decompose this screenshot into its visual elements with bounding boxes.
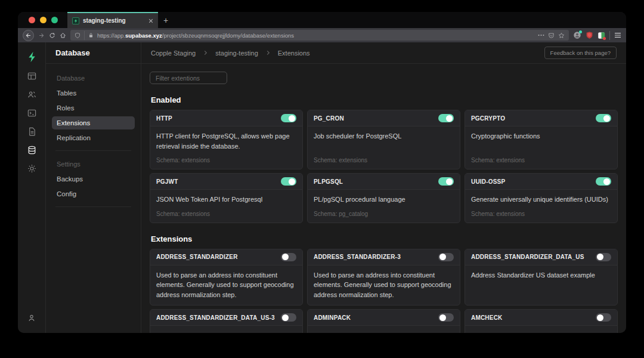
extension-card-plpgsql: PLPGSQL PL/pgSQL procedural languageSche…	[307, 173, 460, 223]
browser-tab[interactable]: staging-testing	[67, 12, 158, 28]
urlbar-divider	[84, 31, 85, 40]
extension-schema: Schema: pg_catalog	[314, 205, 454, 217]
account-person-icon[interactable]	[23, 309, 41, 327]
extension-card-address-standardizer-data-us-3: ADDRESS_STANDARDIZER_DATA_US-3 Address S…	[150, 309, 303, 333]
sidebar-title: Database	[46, 42, 141, 64]
extension-card-address-standardizer-data-us: ADDRESS_STANDARDIZER_DATA_US Address Sta…	[465, 249, 618, 306]
tab-title: staging-testing	[83, 17, 145, 24]
extensions-page: Enabled HTTP HTTP client for PostgreSQL,…	[141, 64, 626, 333]
feedback-button[interactable]: Feedback on this page?	[544, 47, 617, 59]
extension-name: PGJWT	[156, 178, 178, 185]
extension-name: PGCRYPTO	[471, 115, 505, 122]
breadcrumb-project[interactable]: staging-testing	[215, 50, 258, 57]
new-tab-button[interactable]: +	[158, 12, 174, 28]
extension-toggle[interactable]	[438, 313, 454, 322]
extension-description: Administrative functions for PostgreSQL	[314, 331, 454, 333]
extension-toggle[interactable]	[596, 177, 611, 186]
extension-card-pg-cron: PG_CRON Job scheduler for PostgreSQLSche…	[307, 110, 460, 169]
pocket-icon[interactable]	[548, 32, 555, 39]
sidebar-item-roles[interactable]: Roles	[52, 101, 135, 115]
ublock-extension-icon[interactable]	[586, 31, 593, 39]
hamburger-menu-icon[interactable]	[614, 32, 621, 38]
extension-alert-dot	[603, 37, 606, 40]
extension-schema: Schema: extensions	[156, 205, 296, 217]
page-header: Copple Staging staging-testing Extension…	[141, 42, 626, 64]
available-extensions-grid: ADDRESS_STANDARDIZER Used to parse an ad…	[150, 249, 618, 334]
extension-card-http: HTTP HTTP client for PostgreSQL, allows …	[150, 110, 303, 169]
supabase-logo-icon[interactable]	[27, 47, 37, 66]
sidebar-menu: Database Tables Roles Extensions Replica…	[46, 64, 141, 223]
extension-toggle[interactable]	[281, 313, 296, 322]
extension-toggle[interactable]	[596, 114, 611, 122]
close-window-button[interactable]	[29, 17, 35, 23]
sidebar-item-extensions[interactable]: Extensions	[52, 116, 135, 129]
section-heading-enabled: Enabled	[151, 95, 617, 104]
extension-toggle[interactable]	[281, 253, 296, 261]
extension-toggle[interactable]	[438, 177, 454, 186]
extension-description: Address Standardizer US dataset example	[471, 270, 611, 280]
home-button[interactable]	[60, 32, 66, 39]
url-text: https://app.supabase.xyz/project/sbzeuqn…	[97, 32, 534, 39]
extension-description: JSON Web Token API for Postgresql	[156, 195, 296, 205]
filter-extensions-input[interactable]	[150, 72, 227, 84]
minimize-window-button[interactable]	[40, 17, 47, 23]
sidebar-item-replication[interactable]: Replication	[52, 131, 135, 144]
extension-toggle[interactable]	[438, 114, 454, 122]
sidebar-group-label-settings: Settings	[52, 158, 135, 172]
extension-description: Cryptographic functions	[471, 131, 611, 141]
chevron-right-icon	[203, 50, 208, 55]
zoom-window-button[interactable]	[51, 17, 58, 23]
extension-schema: Schema: extensions	[156, 151, 296, 163]
docs-file-icon[interactable]	[23, 122, 41, 140]
account-extension-icon[interactable]	[573, 31, 581, 39]
extension-notification-dot	[579, 30, 582, 33]
password-extension-icon[interactable]	[597, 32, 605, 39]
sidebar-item-backups[interactable]: Backups	[52, 172, 135, 186]
extension-toggle[interactable]	[281, 177, 296, 186]
lock-icon[interactable]	[88, 32, 94, 38]
auth-users-icon[interactable]	[23, 85, 41, 103]
enabled-extensions-grid: HTTP HTTP client for PostgreSQL, allows …	[150, 110, 618, 223]
settings-gear-icon[interactable]	[23, 159, 41, 177]
extension-name: ADMINPACK	[314, 314, 351, 321]
extension-toggle[interactable]	[281, 114, 296, 122]
extension-card-address-standardizer: ADDRESS_STANDARDIZER Used to parse an ad…	[150, 249, 303, 306]
toolbar-divider	[609, 31, 610, 40]
extension-name: ADDRESS_STANDARDIZER-3	[314, 254, 401, 260]
extension-name: PLPGSQL	[314, 178, 343, 185]
section-heading-extensions: Extensions	[151, 234, 617, 243]
table-editor-icon[interactable]	[23, 67, 41, 85]
breadcrumb-org[interactable]: Copple Staging	[151, 50, 196, 57]
url-bar[interactable]: https://app.supabase.xyz/project/sbzeuqn…	[70, 30, 569, 41]
forward-button[interactable]	[38, 32, 45, 39]
extension-card-pgcrypto: PGCRYPTO Cryptographic functionsSchema: …	[465, 110, 618, 169]
extension-name: PG_CRON	[314, 115, 344, 122]
extension-description: Used to parse an address into constituen…	[156, 270, 296, 300]
extension-description: Job scheduler for PostgreSQL	[314, 131, 454, 141]
tracking-shield-icon[interactable]	[75, 32, 80, 39]
bookmark-star-icon[interactable]	[558, 32, 565, 39]
main-panel: Copple Staging staging-testing Extension…	[141, 42, 626, 333]
extension-name: ADDRESS_STANDARDIZER	[156, 254, 238, 260]
extension-schema: Schema: extensions	[471, 151, 611, 163]
extension-name: AMCHECK	[471, 314, 503, 321]
extension-toggle[interactable]	[596, 253, 611, 261]
extension-name: ADDRESS_STANDARDIZER_DATA_US	[471, 254, 584, 260]
sidebar-divider	[55, 150, 131, 151]
extension-description: Address Standardizer US dataset example	[156, 331, 296, 333]
browser-window: staging-testing + https://	[18, 12, 626, 333]
sidebar-item-tables[interactable]: Tables	[52, 87, 135, 100]
app-icon-rail	[18, 42, 46, 333]
back-button[interactable]	[23, 30, 34, 41]
extension-toggle[interactable]	[438, 253, 454, 261]
extension-card-address-standardizer-3: ADDRESS_STANDARDIZER-3 Used to parse an …	[307, 249, 460, 306]
sidebar-item-config[interactable]: Config	[52, 187, 135, 200]
page-actions-dots-icon[interactable]	[538, 34, 544, 36]
sql-terminal-icon[interactable]	[23, 104, 41, 122]
reload-button[interactable]	[49, 32, 55, 39]
extension-toggle[interactable]	[596, 313, 611, 322]
tab-close-icon[interactable]	[148, 18, 153, 23]
breadcrumb-page: Extensions	[278, 50, 310, 57]
extension-card-uuid-ossp: UUID-OSSP Generate universally unique id…	[465, 173, 618, 223]
database-icon[interactable]	[23, 141, 41, 159]
